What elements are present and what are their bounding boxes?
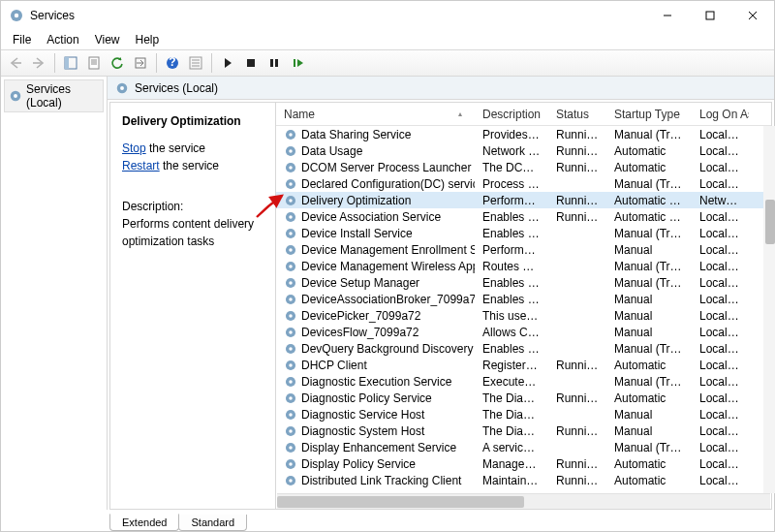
svg-point-1 bbox=[15, 14, 18, 17]
service-row[interactable]: Data Sharing ServiceProvides dat...Runni… bbox=[276, 126, 771, 142]
cell-name: Data Sharing Service bbox=[276, 128, 475, 141]
pause-service-button[interactable] bbox=[264, 52, 285, 74]
show-hide-tree-button[interactable] bbox=[60, 52, 81, 74]
service-row[interactable]: Diagnostic Policy ServiceThe Diagnos...R… bbox=[276, 390, 771, 406]
stop-service-button[interactable] bbox=[240, 52, 262, 74]
service-row[interactable]: Device Association ServiceEnables pairi.… bbox=[276, 208, 771, 225]
stop-suffix: the service bbox=[146, 141, 205, 155]
service-row[interactable]: DevicesFlow_7099a72Allows Conn...ManualL… bbox=[276, 324, 771, 340]
toolbar: ? bbox=[1, 49, 774, 77]
column-headers: Name▴ Description Status Startup Type Lo… bbox=[276, 103, 771, 126]
cell-logon: Local Syster bbox=[692, 161, 750, 174]
scrollbar-thumb[interactable] bbox=[765, 200, 775, 244]
service-row[interactable]: DeviceAssociationBroker_7099a72Enables a… bbox=[276, 291, 771, 307]
gear-icon bbox=[284, 293, 297, 306]
service-row[interactable]: Device Install ServiceEnables a co...Man… bbox=[276, 225, 771, 241]
horizontal-scrollbar[interactable] bbox=[277, 493, 770, 509]
cell-name: Distributed Link Tracking Client bbox=[276, 474, 475, 487]
action-menu-button[interactable] bbox=[185, 52, 206, 74]
cell-status: Running bbox=[548, 474, 606, 487]
rows-container[interactable]: Data Sharing ServiceProvides dat...Runni… bbox=[276, 126, 771, 493]
service-name-text: DevQuery Background Discovery Broker bbox=[301, 342, 475, 356]
close-button[interactable] bbox=[731, 1, 774, 30]
gear-icon bbox=[284, 342, 297, 356]
service-row[interactable]: Distributed Link Tracking ClientMaintain… bbox=[276, 472, 771, 488]
cell-name: Delivery Optimization bbox=[276, 194, 475, 207]
properties-button[interactable] bbox=[83, 52, 105, 74]
service-row[interactable]: Diagnostic Execution ServiceExecutes dia… bbox=[276, 373, 771, 390]
column-startup[interactable]: Startup Type bbox=[606, 103, 692, 125]
service-row[interactable]: Device Setup ManagerEnables the ...Manua… bbox=[276, 274, 771, 291]
restart-service-link[interactable]: Restart bbox=[122, 159, 160, 172]
menu-file[interactable]: File bbox=[5, 31, 39, 48]
toolbar-separator bbox=[211, 53, 212, 73]
service-row[interactable]: Display Enhancement ServiceA service for… bbox=[276, 439, 771, 455]
svg-point-51 bbox=[289, 396, 293, 400]
cell-name: DevicesFlow_7099a72 bbox=[276, 326, 475, 339]
services-window: Services File Action View Help ? bbox=[0, 0, 775, 532]
cell-description: Enables app... bbox=[475, 342, 548, 356]
export-list-button[interactable] bbox=[130, 52, 151, 74]
gear-icon bbox=[284, 227, 297, 240]
column-logon[interactable]: Log On As bbox=[692, 103, 750, 125]
cell-logon: Local Syster bbox=[692, 326, 750, 339]
service-row[interactable]: DHCP ClientRegisters an...RunningAutomat… bbox=[276, 357, 771, 373]
column-status[interactable]: Status bbox=[548, 103, 606, 125]
restart-service-button[interactable] bbox=[287, 52, 308, 74]
nav-forward-button[interactable] bbox=[28, 52, 49, 74]
service-row[interactable]: Data UsageNetwork dat...RunningAutomatic… bbox=[276, 142, 771, 159]
cell-status: Running bbox=[548, 144, 606, 158]
start-service-button[interactable] bbox=[217, 52, 238, 74]
menu-help[interactable]: Help bbox=[128, 31, 168, 48]
service-row[interactable]: Diagnostic System HostThe Diagnos...Runn… bbox=[276, 422, 771, 439]
service-row[interactable]: Device Management Wireless Applicati...R… bbox=[276, 258, 771, 274]
gear-icon bbox=[284, 243, 297, 257]
service-row[interactable]: Display Policy ServiceManages th...Runni… bbox=[276, 455, 771, 472]
service-name-text: DCOM Server Process Launcher bbox=[301, 161, 471, 174]
cell-logon: Local Syster bbox=[692, 474, 750, 487]
service-row[interactable]: Diagnostic Service HostThe Diagnos...Man… bbox=[276, 406, 771, 422]
cell-logon: Local Syster bbox=[692, 276, 750, 290]
service-row[interactable]: DevQuery Background Discovery BrokerEnab… bbox=[276, 340, 771, 357]
cell-status: Running bbox=[548, 194, 606, 207]
console-tree[interactable]: Services (Local) bbox=[1, 77, 108, 510]
tab-standard[interactable]: Standard bbox=[178, 515, 247, 531]
cell-description: The Diagnos... bbox=[475, 391, 548, 405]
nav-back-button[interactable] bbox=[5, 52, 26, 74]
cell-startup: Automatic bbox=[606, 474, 692, 487]
service-row[interactable]: Declared Configuration(DC) serviceProces… bbox=[276, 175, 771, 192]
cell-status: Running bbox=[548, 424, 606, 438]
service-row[interactable]: Delivery OptimizationPerforms co...Runni… bbox=[276, 192, 771, 208]
service-row[interactable]: DevicePicker_7099a72This user ser...Manu… bbox=[276, 307, 771, 324]
stop-service-link[interactable]: Stop bbox=[122, 141, 146, 155]
menu-view[interactable]: View bbox=[87, 31, 128, 48]
column-description[interactable]: Description bbox=[475, 103, 548, 125]
gear-icon bbox=[284, 408, 297, 422]
cell-description: Performs De... bbox=[475, 243, 548, 257]
refresh-button[interactable] bbox=[107, 52, 128, 74]
cell-startup: Automatic bbox=[606, 144, 692, 158]
cell-description: Allows Conn... bbox=[475, 326, 548, 339]
titlebar[interactable]: Services bbox=[1, 1, 774, 30]
vertical-scrollbar[interactable] bbox=[763, 126, 775, 493]
svg-point-59 bbox=[289, 462, 293, 466]
service-row[interactable]: DCOM Server Process LauncherThe DCOML...… bbox=[276, 159, 771, 175]
cell-name: DHCP Client bbox=[276, 359, 475, 372]
minimize-button[interactable] bbox=[646, 1, 689, 30]
cell-description: A service for ... bbox=[475, 441, 548, 454]
service-name-text: Declared Configuration(DC) service bbox=[301, 177, 475, 191]
svg-rect-13 bbox=[294, 59, 295, 67]
maximize-button[interactable] bbox=[689, 1, 731, 30]
tree-root-services-local[interactable]: Services (Local) bbox=[4, 79, 104, 112]
scrollbar-thumb[interactable] bbox=[277, 496, 524, 508]
column-name[interactable]: Name▴ bbox=[276, 103, 475, 125]
svg-point-49 bbox=[289, 380, 293, 384]
gear-icon bbox=[284, 161, 297, 174]
menu-action[interactable]: Action bbox=[39, 31, 86, 48]
cell-name: DCOM Server Process Launcher bbox=[276, 161, 475, 174]
service-row[interactable]: Device Management Enrollment ServicePerf… bbox=[276, 241, 771, 258]
help-button[interactable]: ? bbox=[162, 52, 183, 74]
cell-status: Running bbox=[548, 128, 606, 141]
tab-extended[interactable]: Extended bbox=[109, 514, 179, 531]
service-name-text: Device Management Wireless Applicati... bbox=[301, 260, 475, 273]
